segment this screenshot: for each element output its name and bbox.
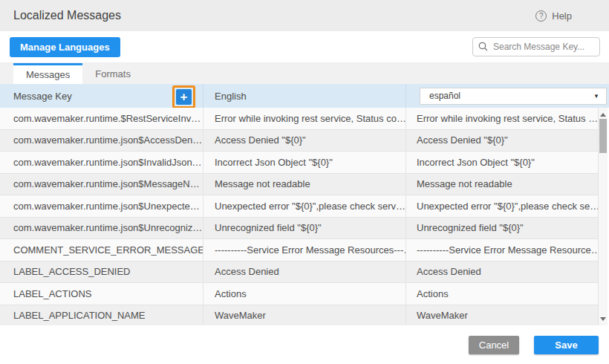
translation-value-cell[interactable]: Unrecognized field "${0}": [406, 218, 599, 239]
table-row[interactable]: com.wavemaker.runtime.json$Unrecogniz… U…: [0, 218, 599, 240]
save-button[interactable]: Save: [534, 336, 599, 354]
table-row[interactable]: com.wavemaker.runtime.json$Unexpecte… Un…: [0, 195, 599, 218]
english-value-cell[interactable]: ----------Service Error Message Resource…: [203, 239, 406, 261]
column-header-message-key: Message Key +: [0, 84, 203, 108]
message-key-cell[interactable]: com.wavemaker.runtime.$RestServiceInv…: [0, 108, 203, 129]
translation-value-cell[interactable]: WaveMaker: [406, 305, 599, 326]
message-key-cell[interactable]: com.wavemaker.runtime.json$AccessDen…: [0, 130, 203, 152]
title-bar: Localized Messages ? Help: [0, 0, 609, 31]
translation-value-cell[interactable]: Access Denied: [406, 261, 599, 283]
localized-messages-dialog: Localized Messages ? Help Manage Languag…: [0, 0, 609, 364]
language-select-value: español: [429, 91, 460, 101]
translation-value-cell[interactable]: Message not readable: [406, 174, 599, 195]
table-body: com.wavemaker.runtime.$RestServiceInv… E…: [0, 108, 609, 325]
table-row[interactable]: com.wavemaker.runtime.json$InvalidJson… …: [0, 152, 599, 174]
footer: Cancel Save: [0, 325, 609, 364]
scroll-down-icon[interactable]: [599, 314, 608, 323]
message-key-cell[interactable]: com.wavemaker.runtime.json$InvalidJson…: [0, 152, 203, 173]
message-key-cell[interactable]: COMMENT_SERVICE_ERROR_MESSAGES: [0, 239, 203, 261]
message-key-cell[interactable]: LABEL_APPLICATION_NAME: [0, 305, 203, 326]
help-question-icon: ?: [535, 10, 547, 22]
table-rows: com.wavemaker.runtime.$RestServiceInv… E…: [0, 108, 599, 325]
column-header-english: English: [203, 84, 406, 108]
help-button[interactable]: ? Help: [535, 10, 572, 22]
manage-languages-button[interactable]: Manage Languages: [10, 37, 120, 57]
translation-value-cell[interactable]: Access Denied "${0}": [406, 130, 599, 152]
table-row[interactable]: com.wavemaker.runtime.json$MessageN… Mes…: [0, 174, 599, 196]
column-header-language: español ▼: [406, 84, 609, 108]
search-input[interactable]: [472, 37, 600, 56]
page-title: Localized Messages: [13, 9, 121, 22]
message-key-cell[interactable]: LABEL_ACTIONS: [0, 283, 203, 305]
message-key-cell[interactable]: com.wavemaker.runtime.json$Unexpecte…: [0, 195, 203, 217]
message-key-cell[interactable]: LABEL_ACCESS_DENIED: [0, 261, 203, 283]
english-value-cell[interactable]: Unexpected error "${0}",please check ser…: [203, 195, 406, 217]
english-value-cell[interactable]: Unrecognized field "${0}": [203, 218, 406, 239]
message-key-cell[interactable]: com.wavemaker.runtime.json$MessageN…: [0, 174, 203, 195]
table-row[interactable]: LABEL_ACCESS_DENIED Access Denied Access…: [0, 261, 599, 284]
translation-value-cell[interactable]: ----------Service Error Message Resource…: [406, 239, 599, 261]
scrollbar-thumb[interactable]: [599, 119, 607, 153]
translation-value-cell[interactable]: Unexpected error "${0}",please check se…: [406, 195, 599, 217]
tab-strip: Messages Formats: [0, 63, 609, 84]
add-message-key-button[interactable]: +: [176, 89, 192, 105]
english-value-cell[interactable]: WaveMaker: [203, 305, 406, 326]
table-row[interactable]: com.wavemaker.runtime.$RestServiceInv… E…: [0, 108, 599, 130]
table-row[interactable]: LABEL_APPLICATION_NAME WaveMaker WaveMak…: [0, 305, 599, 326]
chevron-down-icon: ▼: [593, 93, 599, 100]
table-row[interactable]: COMMENT_SERVICE_ERROR_MESSAGES ---------…: [0, 239, 599, 261]
translation-value-cell[interactable]: Actions: [406, 283, 599, 305]
english-value-cell[interactable]: Message not readable: [203, 174, 406, 195]
vertical-scrollbar[interactable]: [598, 108, 608, 325]
translation-value-cell[interactable]: Incorrect Json Object "${0}": [406, 152, 599, 173]
help-label: Help: [552, 10, 572, 22]
language-select[interactable]: español ▼: [420, 88, 607, 105]
search-box: [472, 37, 600, 56]
tab-formats[interactable]: Formats: [82, 63, 143, 84]
tab-messages[interactable]: Messages: [13, 63, 82, 84]
translation-value-cell[interactable]: Error while invoking rest service, Statu…: [406, 108, 599, 129]
english-value-cell[interactable]: Actions: [203, 283, 406, 305]
english-value-cell[interactable]: Access Denied "${0}": [203, 130, 406, 152]
english-value-cell[interactable]: Access Denied: [203, 261, 406, 283]
table-header: Message Key + English español ▼: [0, 84, 609, 108]
toolbar: Manage Languages: [0, 31, 609, 63]
english-value-cell[interactable]: Error while invoking rest service, Statu…: [203, 108, 406, 129]
scroll-up-icon[interactable]: [599, 110, 608, 119]
annotation-highlight-box: +: [172, 85, 195, 108]
table-row[interactable]: com.wavemaker.runtime.json$AccessDen… Ac…: [0, 130, 599, 152]
message-key-header-label: Message Key: [13, 91, 72, 102]
cancel-button[interactable]: Cancel: [469, 336, 519, 354]
english-value-cell[interactable]: Incorrect Json Object "${0}": [203, 152, 406, 173]
table-row[interactable]: LABEL_ACTIONS Actions Actions: [0, 283, 599, 305]
message-key-cell[interactable]: com.wavemaker.runtime.json$Unrecogniz…: [0, 218, 203, 239]
english-header-label: English: [215, 91, 247, 102]
